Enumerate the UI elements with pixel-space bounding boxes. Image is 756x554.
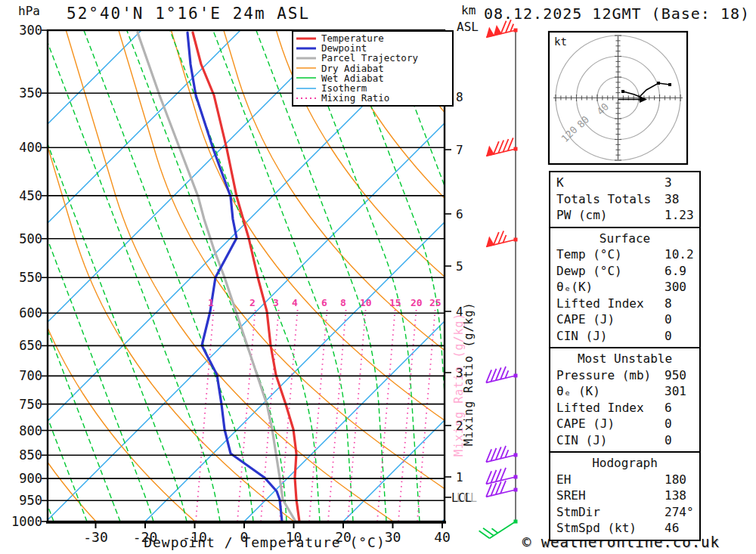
temperature-tick-label: 30 — [370, 529, 416, 545]
pressure-tick-label: 800 — [6, 423, 42, 438]
lcl-marker: LCL — [451, 491, 472, 505]
legend-item-label: Dry Adiabat — [321, 63, 384, 73]
panel-row-label: Lifted Index — [556, 401, 644, 415]
wind-barb — [486, 231, 517, 247]
legend-item-label: Temperature — [321, 33, 384, 43]
panel-row-label: Totals Totals — [556, 192, 651, 206]
pressure-tick-label: 300 — [6, 23, 42, 38]
panel-row: Totals Totals38 — [550, 191, 699, 208]
panel-row: Lifted Index6 — [550, 400, 699, 416]
pressure-tick-label: 600 — [6, 305, 42, 320]
pressure-tick-label: 550 — [6, 270, 42, 285]
panel-row-value: 0 — [665, 328, 672, 345]
hodograph-trace-point — [657, 82, 660, 85]
panel-row: K3 — [550, 175, 699, 191]
panel-row-value: 6.9 — [665, 263, 686, 280]
panel-row-label: Lifted Index — [556, 296, 644, 311]
altitude-axis-unit-asl: ASL — [457, 20, 479, 34]
panel-header: Surface — [550, 231, 699, 247]
temperature-tick-label: -30 — [73, 529, 119, 545]
mixing-ratio-value-label: 15 — [389, 297, 401, 308]
mixing-ratio-line — [377, 306, 395, 522]
legend-line-sample — [296, 65, 316, 71]
mixing-ratio-value-label: 8 — [340, 297, 346, 308]
pressure-tick-label: 750 — [6, 397, 42, 412]
panel-row-label: Dewp (°C) — [556, 264, 622, 278]
panel-row-label: K — [556, 175, 564, 190]
panel-row: CAPE (J)0 — [550, 416, 699, 432]
temperature-tick-label: -10 — [172, 529, 218, 545]
barb-half — [491, 528, 497, 533]
temperature-tick-label: 0 — [222, 529, 267, 545]
panel-row-value: 180 — [665, 472, 686, 488]
temperature-tick-label: -20 — [122, 529, 168, 545]
mixing-ratio-line — [398, 306, 417, 522]
legend-line-sample — [296, 95, 316, 101]
mixing-ratio-line — [417, 306, 435, 522]
panel-row: EH180 — [550, 472, 699, 488]
panel-row-label: CAPE (J) — [556, 416, 615, 431]
altitude-tick-label: 3 — [456, 366, 463, 380]
hodograph-trace-point — [621, 90, 624, 93]
run-datetime: 08.12.2025 12GMT (Base: 18) — [484, 5, 750, 23]
altitude-tick-label: 1 — [456, 470, 463, 484]
panel-row: θₑ (K)301 — [550, 383, 699, 400]
panel-row: Temp (°C)10.2 — [550, 246, 699, 263]
altitude-tick-label: 2 — [456, 419, 463, 433]
pressure-tick-label: 900 — [6, 471, 42, 486]
legend-item-label: Isotherm — [321, 83, 367, 93]
hodograph: 4080120 — [549, 32, 687, 164]
panel-row-value: 138 — [665, 487, 686, 504]
legend-item-label: Mixing Ratio — [321, 93, 389, 103]
panel-row-value: 300 — [665, 279, 686, 296]
station-title: 52°40'N 1°16'E 24m ASL — [67, 5, 310, 23]
mixing-ratio-value-label: 2 — [249, 297, 256, 308]
panel-row-label: CAPE (J) — [556, 312, 615, 327]
panel-row-label: EH — [556, 472, 571, 487]
panel-row-label: SREH — [556, 488, 586, 503]
panel-row-label: StmSpd (kt) — [556, 521, 637, 535]
mixing-ratio-value-label: 10 — [360, 297, 372, 308]
mixing-ratio-value-label: 20 — [411, 297, 423, 308]
wet-adiabat-line — [472, 30, 553, 522]
panel-row: Dewp (°C)6.9 — [550, 263, 699, 280]
mixing-ratio-value-label: 25 — [429, 297, 442, 308]
panel-row-value: 301 — [665, 383, 686, 400]
pressure-tick-label: 500 — [6, 231, 42, 246]
panel-row-value: 0 — [665, 416, 672, 432]
altitude-axis-unit-km: km — [461, 3, 476, 17]
barb-flag — [494, 25, 502, 36]
panel-row: StmDir274° — [550, 504, 699, 521]
legend-line-sample — [296, 45, 316, 51]
panel-row-value: 10.2 — [665, 246, 694, 263]
wind-barb — [486, 367, 517, 383]
mixing-ratio-line — [309, 306, 327, 522]
panel-header: Most Unstable — [550, 351, 699, 367]
pressure-tick-label: 450 — [6, 188, 42, 203]
pressure-tick-label: 350 — [6, 85, 42, 101]
indices-panel: Most UnstablePressure (mb)950θₑ (K)301Li… — [549, 347, 701, 453]
legend-item: Wet Adiabat — [296, 73, 452, 83]
altitude-tick-label: 7 — [456, 143, 463, 157]
panel-row-value: 1.23 — [665, 207, 694, 224]
mixing-ratio-value-label: 4 — [292, 297, 298, 308]
panel-row-value: 274° — [665, 504, 694, 521]
panel-row: StmSpd (kt)46 — [550, 520, 699, 537]
pressure-tick-label: 850 — [6, 447, 42, 463]
legend-item: Dewpoint — [296, 43, 452, 53]
legend-item-label: Wet Adiabat — [321, 73, 384, 83]
panel-row-label: θₑ(K) — [556, 280, 593, 294]
altitude-tick-label: 5 — [456, 259, 463, 274]
panel-row-label: PW (cm) — [556, 208, 607, 222]
panel-row-label: CIN (J) — [556, 433, 607, 447]
panel-row-value: 46 — [665, 520, 679, 537]
mixing-ratio-value-label: 1 — [208, 297, 214, 308]
panel-row: CIN (J)0 — [550, 328, 699, 345]
altitude-tick-label: 6 — [456, 207, 463, 221]
legend-item: Parcel Trajectory — [296, 53, 452, 63]
indices-panel: HodographEH180SREH138StmDir274°StmSpd (k… — [549, 451, 701, 541]
panel-header: Hodograph — [550, 455, 699, 472]
isotherm-line — [0, 30, 339, 522]
mixing-ratio-line — [196, 306, 214, 522]
indices-panels: K3Totals Totals38PW (cm)1.23SurfaceTemp … — [549, 172, 701, 541]
